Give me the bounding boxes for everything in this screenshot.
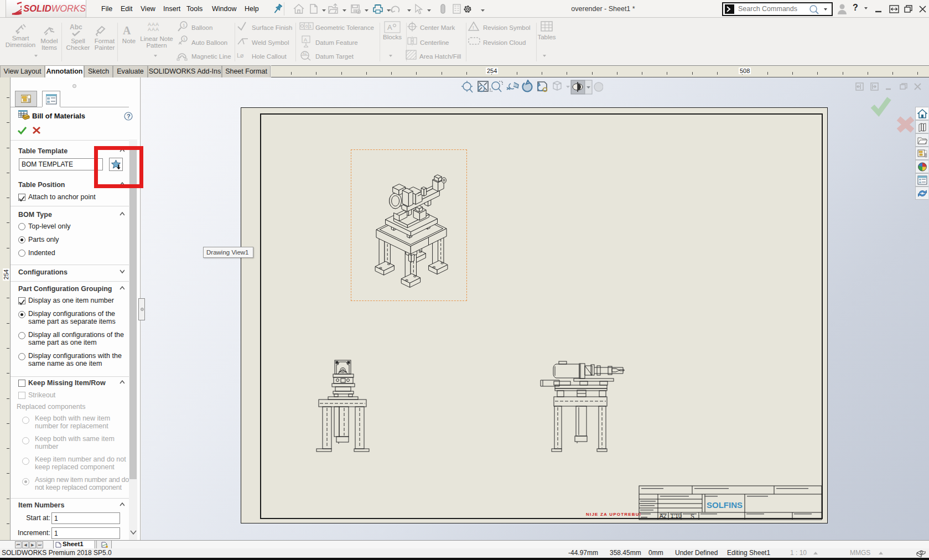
svg-text:1: 1 [183, 37, 185, 41]
svg-text:NIJE ZA UPOTREBU!: NIJE ZA UPOTREBU! [586, 512, 642, 517]
svg-text:A1: A1 [303, 52, 307, 55]
svg-text:0.1: 0.1 [305, 24, 312, 29]
svg-text:A: A [304, 37, 307, 43]
svg-text:S: S [691, 514, 694, 520]
svg-text:SOLFINS: SOLFINS [707, 500, 743, 510]
svg-text:1: 1 [183, 23, 185, 28]
svg-text:!: ! [473, 25, 474, 30]
svg-text:?: ? [127, 113, 131, 120]
svg-text:A: A [387, 23, 392, 32]
